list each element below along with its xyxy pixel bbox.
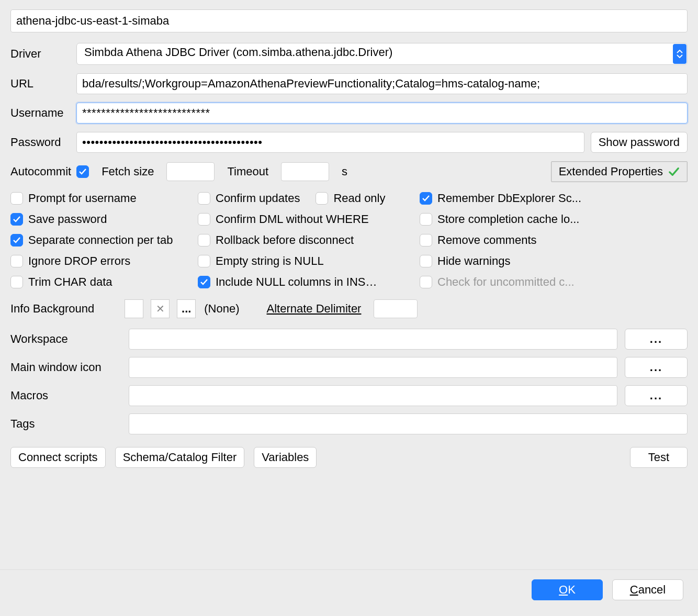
empty-null-checkbox[interactable]: Empty string is NULL: [198, 254, 420, 268]
info-bg-label: Info Background: [10, 302, 94, 316]
password-label: Password: [10, 136, 76, 149]
save-password-checkbox[interactable]: Save password: [10, 212, 198, 226]
workspace-label: Workspace: [10, 332, 121, 346]
read-only-checkbox[interactable]: Read only: [316, 192, 385, 205]
schema-filter-button[interactable]: Schema/Catalog Filter: [115, 447, 245, 468]
cancel-button[interactable]: Cancel: [612, 579, 683, 600]
extended-properties-button[interactable]: Extended Properties: [551, 161, 688, 182]
remember-dbexplorer-checkbox[interactable]: Remember DbExplorer Sc...: [420, 192, 618, 205]
dropdown-arrows-icon: [673, 44, 686, 64]
connect-scripts-button[interactable]: Connect scripts: [10, 447, 106, 468]
alternate-delimiter-link[interactable]: Alternate Delimiter: [266, 302, 361, 316]
ellipsis-icon: ...: [182, 302, 191, 316]
confirm-dml-checkbox[interactable]: Confirm DML without WHERE: [198, 212, 420, 226]
ok-button[interactable]: OK: [532, 579, 603, 600]
store-cache-checkbox[interactable]: Store completion cache lo...: [420, 212, 618, 226]
separate-connection-checkbox[interactable]: Separate connection per tab: [10, 233, 198, 247]
check-icon: [76, 165, 89, 178]
macros-browse-button[interactable]: ...: [625, 385, 688, 406]
url-label: URL: [10, 77, 76, 91]
fetch-size-input[interactable]: [166, 162, 215, 181]
extended-properties-label: Extended Properties: [559, 165, 663, 178]
username-input[interactable]: [76, 103, 688, 124]
trim-char-checkbox[interactable]: Trim CHAR data: [10, 275, 198, 289]
password-input[interactable]: [76, 132, 584, 153]
test-button[interactable]: Test: [630, 447, 688, 468]
alternate-delimiter-input[interactable]: [374, 299, 418, 318]
timeout-unit-label: s: [342, 165, 347, 178]
driver-select[interactable]: Simbda Athena JDBC Driver (com.simba.ath…: [76, 43, 688, 65]
fetch-size-label: Fetch size: [102, 165, 154, 178]
url-input[interactable]: [76, 73, 688, 94]
driver-select-value: Simbda Athena JDBC Driver (com.simba.ath…: [76, 43, 688, 65]
profile-name-input[interactable]: [10, 9, 688, 32]
macros-input[interactable]: [129, 385, 617, 406]
driver-label: Driver: [10, 47, 76, 61]
timeout-label: Timeout: [227, 165, 268, 178]
main-icon-browse-button[interactable]: ...: [625, 357, 688, 378]
autocommit-label: Autocommit: [10, 165, 71, 178]
color-none-label: (None): [204, 302, 239, 316]
clear-color-button[interactable]: ✕: [151, 299, 170, 318]
tags-label: Tags: [10, 417, 121, 431]
workspace-browse-button[interactable]: ...: [625, 329, 688, 350]
hide-warnings-checkbox[interactable]: Hide warnings: [420, 254, 618, 268]
macros-label: Macros: [10, 389, 121, 402]
confirm-updates-checkbox[interactable]: Confirm updates: [198, 192, 300, 205]
main-icon-label: Main window icon: [10, 361, 121, 374]
main-icon-input[interactable]: [129, 357, 617, 378]
username-label: Username: [10, 106, 76, 120]
tags-input[interactable]: [129, 413, 688, 434]
checkmark-icon: [668, 166, 680, 177]
remove-comments-checkbox[interactable]: Remove comments: [420, 233, 618, 247]
include-null-checkbox[interactable]: Include NULL columns in INSERTs: [198, 275, 420, 289]
workspace-input[interactable]: [129, 329, 617, 350]
rollback-disconnect-checkbox[interactable]: Rollback before disconnect: [198, 233, 420, 247]
autocommit-checkbox[interactable]: Autocommit: [10, 165, 89, 178]
prompt-username-checkbox[interactable]: Prompt for username: [10, 192, 198, 205]
ignore-drop-checkbox[interactable]: Ignore DROP errors: [10, 254, 198, 268]
timeout-input[interactable]: [281, 162, 329, 181]
check-uncommitted-checkbox: Check for uncommitted c...: [420, 275, 618, 289]
color-swatch-button[interactable]: [125, 299, 143, 318]
pick-color-button[interactable]: ...: [177, 299, 196, 318]
show-password-button[interactable]: Show password: [591, 132, 688, 153]
variables-button[interactable]: Variables: [254, 447, 317, 468]
x-icon: ✕: [156, 303, 165, 315]
